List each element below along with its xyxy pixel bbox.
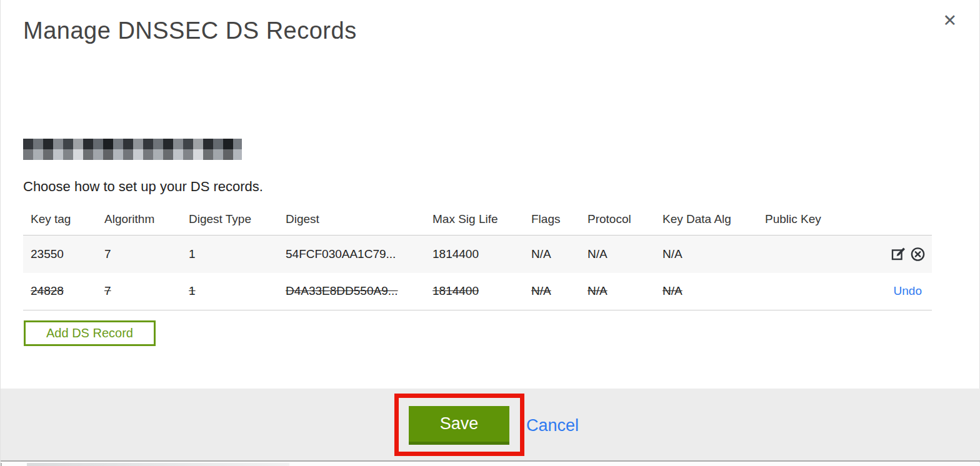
- page-title: Manage DNSSEC DS Records: [23, 17, 357, 44]
- edit-record-icon[interactable]: [891, 246, 906, 262]
- cell-key-data-alg: N/A: [655, 235, 758, 273]
- cell-flags: N/A: [524, 235, 580, 273]
- column-header-algorithm: Algorithm: [97, 205, 181, 235]
- cell-public-key: [758, 273, 851, 310]
- cell-digest: D4A33E8DD550A9...: [278, 273, 425, 310]
- column-header-public-key: Public Key: [758, 205, 851, 235]
- cell-digest-type: 1: [181, 235, 278, 273]
- cell-algorithm: 7: [97, 235, 181, 273]
- cell-digest: 54FCF030AA1C79...: [278, 235, 425, 273]
- cell-protocol: N/A: [580, 273, 655, 310]
- delete-record-icon[interactable]: [910, 246, 926, 262]
- instruction-text: Choose how to set up your DS records.: [23, 179, 263, 195]
- row-actions: [851, 235, 932, 273]
- table-row: 23550 7 1 54FCF030AA1C79... 1814400 N/A …: [23, 235, 932, 273]
- column-header-key-tag: Key tag: [23, 205, 97, 235]
- row-actions: Undo: [851, 273, 932, 310]
- background-page-content: [27, 463, 289, 466]
- column-header-digest: Digest: [278, 205, 425, 235]
- column-header-key-data-alg: Key Data Alg: [655, 205, 758, 235]
- cell-public-key: [758, 235, 851, 273]
- cell-protocol: N/A: [580, 235, 655, 273]
- cell-digest-type: 1: [181, 273, 278, 310]
- cell-key-tag: 24828: [23, 273, 97, 310]
- column-header-digest-type: Digest Type: [181, 205, 278, 235]
- cancel-link[interactable]: Cancel: [526, 416, 579, 435]
- cell-key-tag: 23550: [23, 235, 97, 273]
- ds-records-table: Key tag Algorithm Digest Type Digest Max…: [23, 205, 932, 310]
- column-header-protocol: Protocol: [580, 205, 655, 235]
- column-header-max-sig-life: Max Sig Life: [425, 205, 524, 235]
- table-header-row: Key tag Algorithm Digest Type Digest Max…: [23, 205, 932, 235]
- column-header-flags: Flags: [524, 205, 580, 235]
- dnssec-ds-records-modal: Manage DNSSEC DS Records ✕ Choose how to…: [0, 0, 980, 466]
- column-header-actions: [851, 205, 932, 235]
- cell-max-sig-life: 1814400: [425, 273, 524, 310]
- close-icon[interactable]: ✕: [942, 12, 957, 29]
- table-row: 24828 7 1 D4A33E8DD550A9... 1814400 N/A …: [23, 273, 932, 310]
- background-page-strip: [1, 463, 980, 466]
- undo-link[interactable]: Undo: [894, 284, 926, 297]
- cell-algorithm: 7: [97, 273, 181, 310]
- cell-flags: N/A: [524, 273, 580, 310]
- cell-key-data-alg: N/A: [655, 273, 758, 310]
- modal-footer: Save Cancel: [1, 389, 980, 462]
- add-ds-record-button[interactable]: Add DS Record: [24, 320, 156, 346]
- save-button[interactable]: Save: [409, 406, 509, 445]
- redacted-domain-name: [23, 139, 242, 160]
- cell-max-sig-life: 1814400: [425, 235, 524, 273]
